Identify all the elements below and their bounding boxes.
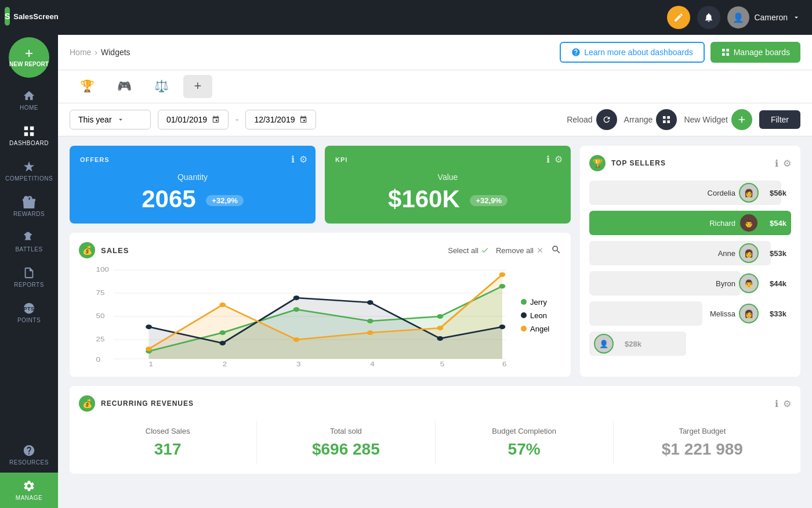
offers-kpi-badge: +32,9% [206,195,243,206]
topbar: 👤 Cameron [58,0,812,35]
seller-avatar-anne: 👩 [739,243,759,263]
svg-point-37 [437,314,443,319]
svg-rect-13 [668,120,670,123]
date-end-input[interactable]: 12/31/2019 [245,110,316,129]
notification-icon-button[interactable] [697,6,720,29]
svg-rect-12 [663,120,666,123]
svg-point-38 [499,284,506,289]
metric-total-sold: Total sold $696 285 [257,421,435,464]
kpi-info-icon[interactable]: ℹ [546,154,550,165]
new-widget-icon [731,109,752,130]
sales-chart: 100 75 50 25 0 [79,263,514,368]
sidebar-item-rewards[interactable]: REWARDS [0,189,58,224]
tab-game[interactable]: 🎮 [107,70,142,103]
recurring-actions: ℹ ⚙ [775,398,791,409]
seller-avatar-byron: 👨 [739,273,759,293]
new-report-button[interactable]: NEW REPORT [9,37,49,78]
recurring-info-icon[interactable]: ℹ [775,398,778,409]
new-widget-action[interactable]: New Widget [684,109,752,130]
sidebar-bottom: RESOURCES MANAGE [0,437,58,508]
breadcrumb-separator: › [95,48,97,57]
sidebar-item-dashboard[interactable]: DASHBOARD [0,118,58,153]
svg-point-42 [367,300,374,305]
svg-point-47 [293,337,300,342]
svg-rect-2 [24,132,28,136]
svg-text:75: 75 [96,290,104,297]
sidebar-item-home[interactable]: HOME [0,82,58,118]
sales-header: 💰 SALES Select all Remove all [79,242,561,258]
svg-rect-6 [722,49,725,52]
arrange-label: Arrange [624,115,653,124]
sidebar-item-points[interactable]: PTS POINTS [0,295,58,330]
recurring-metrics: Closed Sales 317 Total sold $696 285 Bud… [79,421,791,464]
metric-closed-sales-value: 317 [79,440,256,459]
select-all-button[interactable]: Select all [448,246,489,255]
sidebar-label-manage: MANAGE [16,495,42,501]
main-content: 👤 Cameron Home › Widgets Learn more abou… [58,0,812,508]
offers-kpi-value: 2065 +32,9% [80,185,305,213]
recurring-title-area: 💰 RECURRING REVENUES [79,395,194,412]
top-sellers-settings-icon[interactable]: ⚙ [783,158,791,169]
top-sellers-info-icon[interactable]: ℹ [775,158,778,169]
sidebar-label-points: POINTS [17,317,41,323]
kpi-settings-icon[interactable]: ⚙ [554,154,563,165]
period-select[interactable]: This year [70,110,151,129]
filter-button[interactable]: Filter [759,110,800,129]
svg-point-46 [219,302,226,307]
tab-add[interactable]: + [183,75,212,98]
offers-info-icon[interactable]: ℹ [291,154,295,165]
date-separator: - [235,114,238,125]
date-start-input[interactable]: 01/01/2019 [158,110,229,129]
metric-target-budget: Target Budget $1 221 989 [614,421,791,464]
recurring-header: 💰 RECURRING REVENUES ℹ ⚙ [79,395,791,412]
new-report-label: NEW REPORT [9,61,49,67]
sidebar-label-resources: RESOURCES [9,459,49,466]
metric-closed-sales: Closed Sales 317 [79,421,257,464]
username: Cameron [754,13,788,22]
svg-rect-3 [30,132,34,136]
user-menu[interactable]: 👤 Cameron [727,6,800,28]
svg-text:25: 25 [96,336,104,343]
sidebar-label-rewards: REWARDS [13,211,45,217]
widgets-row-2: 💰 RECURRING REVENUES ℹ ⚙ Closed Sales 31… [70,386,800,474]
svg-rect-7 [726,49,729,52]
svg-point-34 [219,330,226,335]
reload-label: Reload [567,115,592,124]
pencil-icon-button[interactable] [667,6,690,29]
svg-rect-1 [30,127,34,130]
svg-text:100: 100 [96,266,109,273]
chart-search-button[interactable] [551,244,561,257]
sidebar-item-manage[interactable]: MANAGE [0,473,58,508]
svg-point-50 [499,272,506,277]
metric-target-budget-value: $1 221 989 [614,440,791,459]
sidebar-item-resources[interactable]: RESOURCES [0,437,58,473]
sidebar-label-battles: BATTLES [15,246,42,253]
remove-all-button[interactable]: Remove all [496,246,544,255]
content-header: Home › Widgets Learn more about dashboar… [58,35,812,70]
tabs-bar: 🏆 🎮 ⚖️ + [58,70,812,103]
manage-boards-button[interactable]: Manage boards [710,42,800,63]
reload-action[interactable]: Reload [567,109,617,130]
recurring-settings-icon[interactable]: ⚙ [783,398,791,409]
tab-trophy[interactable]: 🏆 [70,70,104,103]
svg-text:2: 2 [223,361,227,368]
seller-avatar-melissa: 👩 [739,304,759,323]
seller-avatar-unknown: 👤 [594,334,614,354]
arrange-action[interactable]: Arrange [624,109,677,130]
metric-target-budget-label: Target Budget [614,427,791,435]
logo-icon: S [5,7,10,26]
tab-balance[interactable]: ⚖️ [144,70,179,103]
sidebar: S SalesScreen NEW REPORT HOME DASHBOARD … [0,0,58,508]
sidebar-item-reports[interactable]: REPORTS [0,260,58,295]
svg-rect-9 [726,53,729,56]
sidebar-item-battles[interactable]: BATTLES [0,224,58,260]
breadcrumb-home[interactable]: Home [70,48,91,57]
learn-more-button[interactable]: Learn more about dashboards [560,42,705,63]
svg-point-40 [219,341,226,345]
recurring-revenues-widget: 💰 RECURRING REVENUES ℹ ⚙ Closed Sales 31… [70,386,800,474]
offers-settings-icon[interactable]: ⚙ [299,154,307,165]
kpi-kpi-value: $160K +32,9% [335,185,560,213]
sidebar-item-competitions[interactable]: COMPETITIONS [0,153,58,189]
new-widget-label: New Widget [684,115,727,124]
metric-closed-sales-label: Closed Sales [79,427,256,435]
